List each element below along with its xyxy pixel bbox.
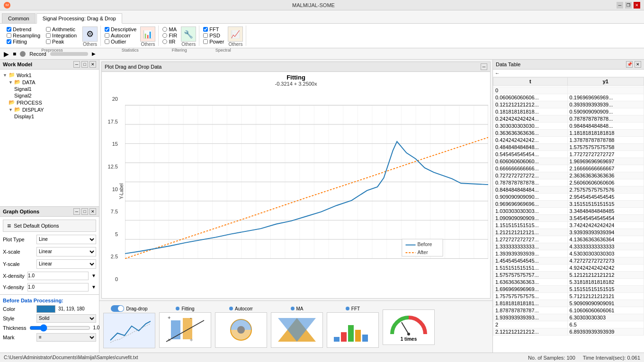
table-row: 0.060606060606...0.196969696969... [493,94,644,101]
tab-signal-processing[interactable]: Signal Processing: Drag & Drop [36,13,122,24]
xdensity-input[interactable] [27,272,89,280]
chk-fitting[interactable]: Fitting [7,39,40,44]
panel-minimize[interactable]: ─ [73,61,80,68]
default-options-label: Set Default Options [14,223,59,229]
ydensity-arrow[interactable]: ▼ [91,284,96,290]
statistics-icon[interactable]: 📊 [140,26,155,42]
plot-type-select[interactable]: LineScatterBar [36,235,96,244]
yscale-select[interactable]: LinearLog [36,259,96,269]
mark-select[interactable]: ≡ [36,333,96,342]
table-row: 1.030303030303...3.34848484848485 [493,208,644,215]
chk-peak[interactable]: Peak [46,39,77,44]
thumbnails-bar: Drag-drop Fitting [99,300,492,353]
table-row: 1.818181818181...5.90909090909091 [493,300,644,307]
set-default-options-button[interactable]: ≡ Set Default Options [3,220,96,232]
data-table-content[interactable]: t y1 00.060606060606...0.196969696969...… [493,77,644,353]
tree-signal2[interactable]: Signal2 [13,92,97,99]
chk-integration[interactable]: Integration [46,33,77,38]
chk-autocorr[interactable]: Autocorr [105,33,136,38]
graph-options-title: Graph Options [3,209,39,214]
chk-fft[interactable]: FFT [203,26,224,32]
tree-display1[interactable]: Display1 [13,113,97,120]
ydensity-row: Y-density ▼ [3,283,96,291]
fft-dot [346,307,349,310]
go-detach[interactable]: □ [81,208,88,215]
filtering-icon[interactable]: 🔧 [181,26,196,42]
style-label: Style [3,316,34,321]
chk-resampling[interactable]: Resampling [7,33,40,38]
thumb-gauge: 1 times [383,309,435,345]
chk-power[interactable]: Power [203,39,224,44]
table-row: 0.121212121212...0.393939393939... [493,101,644,108]
play-button[interactable]: ▶ [4,50,9,58]
autocorr-thumb-svg [220,316,262,344]
panel-detach[interactable]: □ [81,61,88,68]
before-processing-title: Before Data Processing: [3,298,96,303]
xscale-row: X-scale LinearLog [3,247,96,256]
center-area: Plot Drag and Drop Data ─ Fitting -0.321… [99,60,492,353]
progress-bar [50,52,88,56]
chk-ma[interactable]: MA [162,26,177,32]
thickness-slider[interactable] [29,324,90,332]
restore-button[interactable]: ❐ [625,2,632,9]
tree-data[interactable]: ▼ 📂 DATA [8,79,97,86]
ribbon-spectral: FFT PSD Power 📈 Others Spectral [200,26,246,46]
chk-detrend[interactable]: Detrend [7,26,40,32]
plot-collapse[interactable]: ─ [481,63,487,70]
tree-process[interactable]: 📂 PROCESS [8,99,97,106]
thumb-ma-label-row: MA [291,306,304,311]
chk-outlier[interactable]: Outlier [105,39,136,44]
panel-close[interactable]: ✕ [89,61,96,68]
tree-signal1[interactable]: Signal1 [13,86,97,92]
go-minimize[interactable]: ─ [73,208,80,215]
status-path: C:\Users\Administrator\Documents\Malmija… [4,355,138,360]
ydensity-input[interactable] [27,283,89,291]
ribbon-preprocess: Detrend Resampling Fitting Arithmetic In… [4,26,101,46]
dragdrop-toggle[interactable] [111,305,124,312]
stop-button[interactable]: ■ [13,51,16,57]
table-row: 0 [493,87,644,94]
svg-point-33 [407,333,410,336]
xdensity-arrow[interactable]: ▼ [91,273,96,278]
chk-fir[interactable]: FIR [162,33,177,38]
chk-arithmetic[interactable]: Arithmetic [46,26,77,32]
options-content: ≡ Set Default Options Plot Type LineScat… [0,217,99,294]
status-right: No. of Samples: 100 Time Interval(sec): … [528,355,640,361]
plot-type-label: Plot Type [3,237,34,242]
preprocess-icon[interactable]: ⚙ [82,26,98,42]
chk-psd[interactable]: PSD [203,33,224,38]
work-model-header: Work Model ─ □ ✕ [0,60,99,70]
dt-close[interactable]: ✕ [635,61,641,68]
tree-display[interactable]: ▼ 📂 DISPLAY [8,106,97,113]
xscale-select[interactable]: LinearLog [36,247,96,256]
table-row: 0.666666666666...2.16666666666667 [493,165,644,172]
data-table-header: Data Table 📌 ✕ [493,60,644,70]
close-button[interactable]: ✕ [634,2,640,9]
left-panels: Work Model ─ □ ✕ ▼ 📁 Work1 ▼ 📂 D [0,60,99,353]
thumb-fft: FFT [327,306,379,348]
mark-row: Mark ≡ [3,333,96,342]
chk-descriptive[interactable]: Descriptive [105,26,136,32]
go-close[interactable]: ✕ [89,208,96,215]
xdensity-row: X-density ▼ [3,272,96,280]
dt-left-arrow[interactable]: ← [495,71,500,76]
graph-options-controls: ─ □ ✕ [73,208,96,215]
minimize-button[interactable]: ─ [617,2,623,9]
ma-label: MA [296,306,304,311]
record-arrow[interactable]: ▶ [92,51,96,56]
statusbar: C:\Users\Administrator\Documents\Malmija… [0,353,644,362]
chk-iir[interactable]: IIR [162,39,177,44]
color-swatch[interactable] [36,305,55,313]
svg-text:+: + [168,316,170,320]
data-table-panel: Data Table 📌 ✕ ← t y1 00.060606060606...… [492,60,644,353]
ydensity-label: Y-density [3,284,25,290]
tree-root[interactable]: ▼ 📁 Work1 [2,71,97,79]
tab-common[interactable]: Common [2,13,36,23]
style-select[interactable]: Solid [36,314,96,323]
dt-header-controls: 📌 ✕ [626,61,641,68]
table-row: 0.363636363636...1.18181818181818 [493,130,644,137]
table-row: 0.242424242424...0.787878787878... [493,115,644,123]
table-row: 1.575757575757...5.12121212121212 [493,272,644,279]
spectral-icon[interactable]: 📈 [228,26,243,42]
dt-pin[interactable]: 📌 [626,61,633,68]
